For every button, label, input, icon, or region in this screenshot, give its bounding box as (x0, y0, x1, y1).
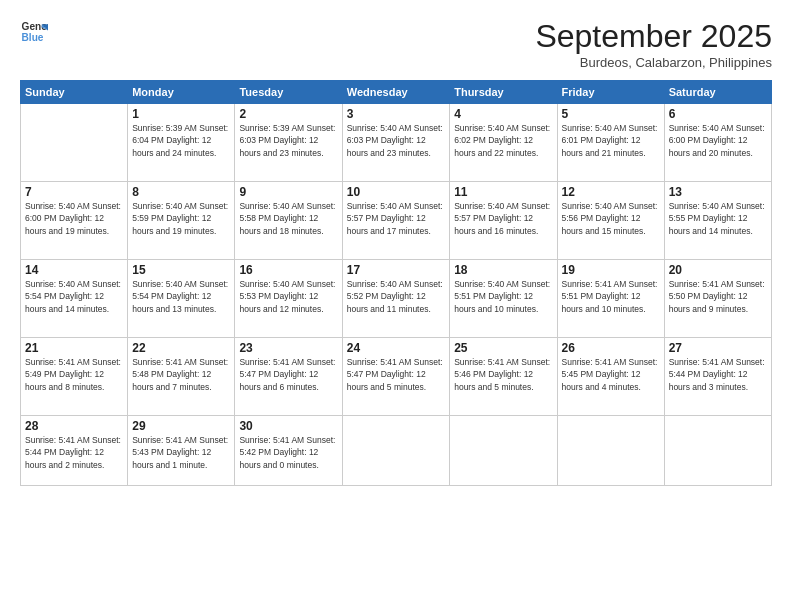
page-header: General Blue September 2025 Burdeos, Cal… (20, 18, 772, 70)
day-info: Sunrise: 5:40 AM Sunset: 6:00 PM Dayligh… (669, 122, 767, 159)
calendar-cell: 27Sunrise: 5:41 AM Sunset: 5:44 PM Dayli… (664, 338, 771, 416)
header-tuesday: Tuesday (235, 81, 342, 104)
calendar-cell: 20Sunrise: 5:41 AM Sunset: 5:50 PM Dayli… (664, 260, 771, 338)
calendar-cell: 19Sunrise: 5:41 AM Sunset: 5:51 PM Dayli… (557, 260, 664, 338)
calendar-cell: 30Sunrise: 5:41 AM Sunset: 5:42 PM Dayli… (235, 416, 342, 486)
day-number: 6 (669, 107, 767, 121)
calendar-cell (342, 416, 449, 486)
header-saturday: Saturday (664, 81, 771, 104)
calendar-cell: 26Sunrise: 5:41 AM Sunset: 5:45 PM Dayli… (557, 338, 664, 416)
day-number: 26 (562, 341, 660, 355)
calendar-table: Sunday Monday Tuesday Wednesday Thursday… (20, 80, 772, 486)
day-info: Sunrise: 5:40 AM Sunset: 5:57 PM Dayligh… (454, 200, 552, 237)
calendar-cell: 18Sunrise: 5:40 AM Sunset: 5:51 PM Dayli… (450, 260, 557, 338)
day-number: 14 (25, 263, 123, 277)
month-title: September 2025 (535, 18, 772, 55)
day-info: Sunrise: 5:41 AM Sunset: 5:47 PM Dayligh… (347, 356, 445, 393)
calendar-cell: 12Sunrise: 5:40 AM Sunset: 5:56 PM Dayli… (557, 182, 664, 260)
logo: General Blue (20, 18, 48, 46)
day-number: 15 (132, 263, 230, 277)
calendar-cell (664, 416, 771, 486)
header-friday: Friday (557, 81, 664, 104)
day-info: Sunrise: 5:41 AM Sunset: 5:43 PM Dayligh… (132, 434, 230, 471)
day-number: 3 (347, 107, 445, 121)
calendar-week-5: 28Sunrise: 5:41 AM Sunset: 5:44 PM Dayli… (21, 416, 772, 486)
day-number: 20 (669, 263, 767, 277)
calendar-cell: 9Sunrise: 5:40 AM Sunset: 5:58 PM Daylig… (235, 182, 342, 260)
day-number: 17 (347, 263, 445, 277)
day-number: 2 (239, 107, 337, 121)
day-number: 24 (347, 341, 445, 355)
calendar-cell: 16Sunrise: 5:40 AM Sunset: 5:53 PM Dayli… (235, 260, 342, 338)
day-info: Sunrise: 5:41 AM Sunset: 5:42 PM Dayligh… (239, 434, 337, 471)
calendar-cell: 8Sunrise: 5:40 AM Sunset: 5:59 PM Daylig… (128, 182, 235, 260)
calendar-cell: 3Sunrise: 5:40 AM Sunset: 6:03 PM Daylig… (342, 104, 449, 182)
day-number: 13 (669, 185, 767, 199)
day-number: 10 (347, 185, 445, 199)
day-number: 16 (239, 263, 337, 277)
header-sunday: Sunday (21, 81, 128, 104)
calendar-week-4: 21Sunrise: 5:41 AM Sunset: 5:49 PM Dayli… (21, 338, 772, 416)
calendar-week-1: 1Sunrise: 5:39 AM Sunset: 6:04 PM Daylig… (21, 104, 772, 182)
day-info: Sunrise: 5:39 AM Sunset: 6:03 PM Dayligh… (239, 122, 337, 159)
calendar-cell: 7Sunrise: 5:40 AM Sunset: 6:00 PM Daylig… (21, 182, 128, 260)
calendar-cell (21, 104, 128, 182)
day-info: Sunrise: 5:41 AM Sunset: 5:44 PM Dayligh… (25, 434, 123, 471)
day-number: 21 (25, 341, 123, 355)
day-number: 19 (562, 263, 660, 277)
day-info: Sunrise: 5:41 AM Sunset: 5:51 PM Dayligh… (562, 278, 660, 315)
location-subtitle: Burdeos, Calabarzon, Philippines (535, 55, 772, 70)
calendar-cell (450, 416, 557, 486)
calendar-header-row: Sunday Monday Tuesday Wednesday Thursday… (21, 81, 772, 104)
logo-icon: General Blue (20, 18, 48, 46)
day-info: Sunrise: 5:40 AM Sunset: 5:56 PM Dayligh… (562, 200, 660, 237)
day-info: Sunrise: 5:40 AM Sunset: 5:59 PM Dayligh… (132, 200, 230, 237)
day-info: Sunrise: 5:40 AM Sunset: 6:01 PM Dayligh… (562, 122, 660, 159)
day-info: Sunrise: 5:40 AM Sunset: 6:03 PM Dayligh… (347, 122, 445, 159)
day-number: 30 (239, 419, 337, 433)
day-info: Sunrise: 5:41 AM Sunset: 5:49 PM Dayligh… (25, 356, 123, 393)
day-number: 23 (239, 341, 337, 355)
day-number: 11 (454, 185, 552, 199)
day-number: 1 (132, 107, 230, 121)
calendar-cell: 4Sunrise: 5:40 AM Sunset: 6:02 PM Daylig… (450, 104, 557, 182)
day-number: 29 (132, 419, 230, 433)
calendar-cell: 23Sunrise: 5:41 AM Sunset: 5:47 PM Dayli… (235, 338, 342, 416)
day-number: 7 (25, 185, 123, 199)
day-info: Sunrise: 5:41 AM Sunset: 5:48 PM Dayligh… (132, 356, 230, 393)
day-info: Sunrise: 5:40 AM Sunset: 5:53 PM Dayligh… (239, 278, 337, 315)
day-info: Sunrise: 5:40 AM Sunset: 5:54 PM Dayligh… (132, 278, 230, 315)
day-info: Sunrise: 5:41 AM Sunset: 5:45 PM Dayligh… (562, 356, 660, 393)
day-number: 9 (239, 185, 337, 199)
day-info: Sunrise: 5:40 AM Sunset: 5:54 PM Dayligh… (25, 278, 123, 315)
day-number: 27 (669, 341, 767, 355)
calendar-cell: 17Sunrise: 5:40 AM Sunset: 5:52 PM Dayli… (342, 260, 449, 338)
day-number: 18 (454, 263, 552, 277)
day-info: Sunrise: 5:41 AM Sunset: 5:46 PM Dayligh… (454, 356, 552, 393)
calendar-cell (557, 416, 664, 486)
calendar-cell: 14Sunrise: 5:40 AM Sunset: 5:54 PM Dayli… (21, 260, 128, 338)
svg-text:Blue: Blue (22, 32, 44, 43)
header-monday: Monday (128, 81, 235, 104)
calendar-cell: 6Sunrise: 5:40 AM Sunset: 6:00 PM Daylig… (664, 104, 771, 182)
day-info: Sunrise: 5:41 AM Sunset: 5:47 PM Dayligh… (239, 356, 337, 393)
calendar-cell: 22Sunrise: 5:41 AM Sunset: 5:48 PM Dayli… (128, 338, 235, 416)
day-info: Sunrise: 5:40 AM Sunset: 5:51 PM Dayligh… (454, 278, 552, 315)
calendar-cell: 13Sunrise: 5:40 AM Sunset: 5:55 PM Dayli… (664, 182, 771, 260)
day-info: Sunrise: 5:41 AM Sunset: 5:50 PM Dayligh… (669, 278, 767, 315)
calendar-cell: 10Sunrise: 5:40 AM Sunset: 5:57 PM Dayli… (342, 182, 449, 260)
day-number: 22 (132, 341, 230, 355)
calendar-cell: 15Sunrise: 5:40 AM Sunset: 5:54 PM Dayli… (128, 260, 235, 338)
calendar-cell: 29Sunrise: 5:41 AM Sunset: 5:43 PM Dayli… (128, 416, 235, 486)
day-info: Sunrise: 5:40 AM Sunset: 5:52 PM Dayligh… (347, 278, 445, 315)
day-info: Sunrise: 5:40 AM Sunset: 6:00 PM Dayligh… (25, 200, 123, 237)
day-number: 12 (562, 185, 660, 199)
header-wednesday: Wednesday (342, 81, 449, 104)
header-thursday: Thursday (450, 81, 557, 104)
calendar-cell: 5Sunrise: 5:40 AM Sunset: 6:01 PM Daylig… (557, 104, 664, 182)
calendar-cell: 1Sunrise: 5:39 AM Sunset: 6:04 PM Daylig… (128, 104, 235, 182)
day-info: Sunrise: 5:40 AM Sunset: 5:58 PM Dayligh… (239, 200, 337, 237)
calendar-cell: 11Sunrise: 5:40 AM Sunset: 5:57 PM Dayli… (450, 182, 557, 260)
day-info: Sunrise: 5:40 AM Sunset: 5:57 PM Dayligh… (347, 200, 445, 237)
calendar-week-3: 14Sunrise: 5:40 AM Sunset: 5:54 PM Dayli… (21, 260, 772, 338)
